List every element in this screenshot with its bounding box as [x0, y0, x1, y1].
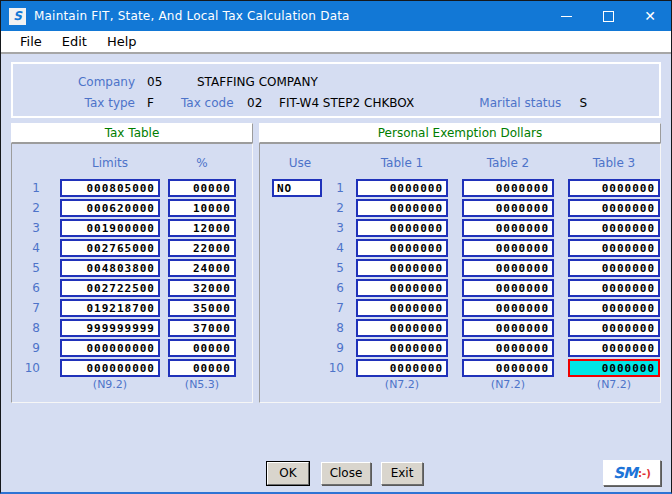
- percent-field[interactable]: 12000: [168, 219, 236, 237]
- limit-field[interactable]: 019218700: [60, 299, 160, 317]
- percent-field[interactable]: 00000: [168, 359, 236, 377]
- row-number: 9: [260, 341, 344, 355]
- limit-field[interactable]: 002765000: [60, 239, 160, 257]
- limits-column-header: Limits: [60, 156, 160, 178]
- percent-field[interactable]: 10000: [168, 199, 236, 217]
- maximize-button[interactable]: [587, 1, 629, 31]
- close-dialog-button[interactable]: Close: [321, 462, 371, 485]
- personal-exemption-rows: 1 0000000 0000000 0000000 2 0000000 0000…: [260, 178, 660, 377]
- table2-field[interactable]: 0000000: [462, 179, 554, 197]
- row-number: 1: [12, 181, 40, 195]
- table3-field[interactable]: 0000000: [568, 339, 660, 357]
- table1-field[interactable]: 0000000: [356, 359, 448, 377]
- row-number: 2: [260, 201, 344, 215]
- close-button[interactable]: ✕: [629, 1, 671, 31]
- row-number: 10: [260, 361, 344, 375]
- sm-logo-text: SM: [613, 464, 637, 482]
- use-column-header: Use: [272, 156, 328, 178]
- table3-field[interactable]: 0000000: [568, 219, 660, 237]
- table1-field[interactable]: 0000000: [356, 199, 448, 217]
- table2-field[interactable]: 0000000: [462, 279, 554, 297]
- table2-field[interactable]: 0000000: [462, 299, 554, 317]
- table1-field[interactable]: 0000000: [356, 279, 448, 297]
- ok-button[interactable]: OK: [267, 462, 309, 485]
- company-name: STAFFING COMPANY: [197, 75, 318, 89]
- personal-exemption-row: 5 0000000 0000000 0000000: [260, 258, 660, 277]
- table1-column-header: Table 1: [356, 156, 448, 178]
- table3-field[interactable]: 0000000: [568, 179, 660, 197]
- tax-table-row: 4 002765000 22000: [12, 238, 252, 257]
- tax-table-title: Tax Table: [11, 123, 253, 143]
- percent-field[interactable]: 32000: [168, 279, 236, 297]
- percent-field[interactable]: 22000: [168, 239, 236, 257]
- tax-table-row: 1 000805000 00000: [12, 178, 252, 197]
- row-number: 8: [12, 321, 40, 335]
- tax-table-row: 5 004803800 24000: [12, 258, 252, 277]
- limit-field[interactable]: 000000000: [60, 359, 160, 377]
- tax-type-value: F: [147, 96, 177, 110]
- personal-exemption-row: 9 0000000 0000000 0000000: [260, 338, 660, 357]
- table2-field[interactable]: 0000000: [462, 219, 554, 237]
- limit-field[interactable]: 004803800: [60, 259, 160, 277]
- table1-field[interactable]: 0000000: [356, 239, 448, 257]
- limit-field[interactable]: 999999999: [60, 319, 160, 337]
- sm-logo-button[interactable]: SM :-): [603, 460, 661, 486]
- percent-field[interactable]: 00000: [168, 339, 236, 357]
- marital-status-value: S: [579, 96, 587, 110]
- percent-field[interactable]: 00000: [168, 179, 236, 197]
- use-field[interactable]: NO: [272, 179, 322, 197]
- table2-field[interactable]: 0000000: [462, 259, 554, 277]
- row-number: 5: [12, 261, 40, 275]
- personal-exemption-row: 4 0000000 0000000 0000000: [260, 238, 660, 257]
- limit-field[interactable]: 001900000: [60, 219, 160, 237]
- percent-column-header: %: [168, 156, 236, 178]
- tax-table-rows: 1 000805000 00000 2 000620000 10000 3: [12, 178, 252, 377]
- tax-table-group: Tax Table Limits % 1 000805000 00000: [11, 123, 253, 403]
- table3-field[interactable]: 0000000: [568, 259, 660, 277]
- row-number: 2: [12, 201, 40, 215]
- table1-field[interactable]: 0000000: [356, 319, 448, 337]
- percent-field[interactable]: 24000: [168, 259, 236, 277]
- menu-edit[interactable]: Edit: [52, 32, 97, 51]
- exit-button[interactable]: Exit: [381, 462, 423, 485]
- table1-field[interactable]: 0000000: [356, 259, 448, 277]
- record-header-box: Company 05 STAFFING COMPANY Tax type F T…: [11, 62, 661, 118]
- table2-format-label: (N7.2): [462, 378, 554, 391]
- table2-field[interactable]: 0000000: [462, 239, 554, 257]
- button-bar: OK Close Exit SM :-): [1, 460, 671, 486]
- table3-column-header: Table 3: [568, 156, 660, 178]
- table2-field[interactable]: 0000000: [462, 319, 554, 337]
- company-value: 05: [147, 75, 177, 89]
- menu-file[interactable]: File: [10, 32, 52, 51]
- row-number: 4: [260, 241, 344, 255]
- limit-field[interactable]: 000000000: [60, 339, 160, 357]
- row-number: 7: [12, 301, 40, 315]
- limit-field[interactable]: 000620000: [60, 199, 160, 217]
- table3-field[interactable]: 0000000: [568, 359, 660, 377]
- table3-field[interactable]: 0000000: [568, 279, 660, 297]
- row-number: 7: [260, 301, 344, 315]
- table1-field[interactable]: 0000000: [356, 219, 448, 237]
- limit-field[interactable]: 000805000: [60, 179, 160, 197]
- app-icon: S: [9, 8, 26, 25]
- table3-field[interactable]: 0000000: [568, 199, 660, 217]
- percent-field[interactable]: 37000: [168, 319, 236, 337]
- table1-format-label: (N7.2): [356, 378, 448, 391]
- table3-field[interactable]: 0000000: [568, 239, 660, 257]
- menu-help[interactable]: Help: [97, 32, 147, 51]
- table3-field[interactable]: 0000000: [568, 319, 660, 337]
- limits-format-label: (N9.2): [60, 378, 160, 391]
- limit-field[interactable]: 002722500: [60, 279, 160, 297]
- table3-field[interactable]: 0000000: [568, 299, 660, 317]
- table3-format-label: (N7.2): [568, 378, 660, 391]
- table2-field[interactable]: 0000000: [462, 339, 554, 357]
- percent-field[interactable]: 35000: [168, 299, 236, 317]
- table1-field[interactable]: 0000000: [356, 339, 448, 357]
- marital-status-label: Marital status: [479, 96, 561, 110]
- personal-exemption-row: 7 0000000 0000000 0000000: [260, 298, 660, 317]
- table1-field[interactable]: 0000000: [356, 179, 448, 197]
- table1-field[interactable]: 0000000: [356, 299, 448, 317]
- minimize-button[interactable]: [545, 1, 587, 31]
- table2-field[interactable]: 0000000: [462, 199, 554, 217]
- table2-field[interactable]: 0000000: [462, 359, 554, 377]
